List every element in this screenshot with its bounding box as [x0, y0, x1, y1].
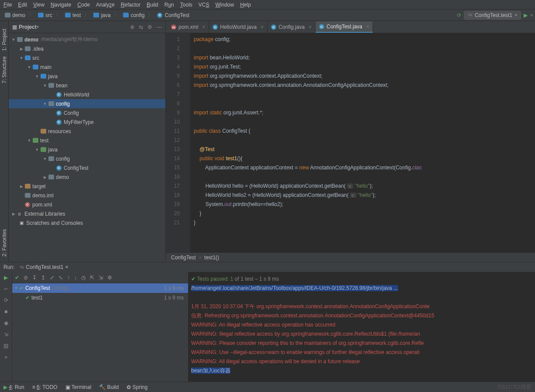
close-icon[interactable]: × — [65, 264, 68, 270]
tree-row[interactable]: ▶target — [9, 182, 165, 191]
menu-edit[interactable]: Edit — [18, 2, 27, 8]
status-spring[interactable]: ✿ Spring — [127, 384, 147, 390]
collapse-icon[interactable]: ⤡ — [58, 275, 63, 281]
menu-build[interactable]: Build — [147, 2, 158, 8]
clock-icon[interactable]: ◷ — [81, 275, 86, 281]
export2-icon[interactable]: ⇲ — [99, 275, 103, 281]
project-dropdown-icon[interactable]: ▦ — [12, 24, 17, 30]
breadcrumb-item[interactable]: CConfigTest — [154, 11, 192, 19]
breadcrumb-item[interactable]: java — [90, 11, 113, 19]
menu-view[interactable]: View — [33, 2, 45, 8]
tab-structure[interactable]: 7: Structure — [1, 56, 7, 83]
run-config-select[interactable]: ⮀ ConfigTest.test1 ▾ — [464, 11, 521, 20]
menu-file[interactable]: File — [3, 2, 12, 8]
menu-navigate[interactable]: Navigate — [51, 2, 71, 8]
expand-icon[interactable]: ▼ — [43, 157, 47, 161]
editor-breadcrumb[interactable]: ConfigTest › test1() — [166, 252, 535, 262]
code-editor[interactable]: package config; import bean.HelloWorld; … — [190, 33, 535, 252]
menu-run[interactable]: Run — [165, 2, 174, 8]
status-build[interactable]: 🔨 Build — [99, 384, 119, 390]
expand-icon[interactable]: ▶ — [11, 212, 16, 216]
tree-row[interactable]: CHelloWorld — [9, 90, 165, 99]
gutter-marks[interactable] — [184, 33, 190, 252]
split-icon[interactable]: ⇆ — [139, 24, 143, 30]
toggle-icon[interactable]: ⤺ — [4, 286, 8, 292]
minimize-icon[interactable]: — — [157, 24, 162, 30]
target-icon[interactable]: ⊕ — [130, 24, 134, 30]
menu-tools[interactable]: Tools — [180, 2, 192, 8]
expand-icon[interactable]: ▼ — [19, 56, 24, 60]
sort2-icon[interactable]: ↥ — [41, 275, 45, 281]
tree-row[interactable]: ▼java — [9, 72, 165, 81]
dropdown-icon[interactable]: ▾ — [37, 24, 39, 29]
tree-root[interactable]: ▼ demo /media/angel/软件/demo — [9, 35, 165, 44]
tree-row[interactable]: CConfigTest — [9, 163, 165, 172]
export-icon[interactable]: ⇲ — [4, 331, 8, 337]
tree-row[interactable]: ▶demo — [9, 172, 165, 182]
sort-icon[interactable]: ↧ — [32, 275, 37, 281]
menu-window[interactable]: Window — [215, 2, 234, 8]
up-icon[interactable]: ↑ — [67, 275, 70, 281]
tree-row[interactable]: resources — [9, 127, 165, 136]
expand-icon[interactable]: ▼ — [27, 65, 31, 69]
status-run[interactable]: ▶ 4: Run — [3, 384, 24, 390]
close-icon[interactable]: × — [309, 24, 312, 30]
more-icon[interactable]: » — [4, 354, 7, 360]
cam-icon[interactable]: ◉ — [4, 320, 8, 326]
layout-icon[interactable]: ▤ — [3, 343, 8, 349]
debug-button[interactable]: ⌖ — [530, 12, 533, 18]
tree-row[interactable]: demo.iml — [9, 191, 165, 200]
editor-tab[interactable]: mpom.xml× — [168, 21, 209, 33]
tree-row[interactable]: ▼config — [9, 154, 165, 163]
tree-row[interactable]: ▼java — [9, 145, 165, 154]
status-todo[interactable]: ≡ 6: TODO — [32, 384, 58, 390]
menu-code[interactable]: Code — [77, 2, 90, 8]
tree-external-libs[interactable]: ▶ ⫼ External Libraries — [9, 209, 165, 218]
project-tree[interactable]: ▼ demo /media/angel/软件/demo ▶.idea▼src▼m… — [9, 33, 165, 262]
pass-filter-icon[interactable]: ✔ — [15, 275, 19, 281]
expand-icon[interactable]: ▼ — [11, 38, 16, 42]
rerun-button[interactable]: ▶ — [4, 275, 8, 281]
expand-icon[interactable]: ▼ — [35, 74, 39, 79]
menu-help[interactable]: Help — [240, 2, 251, 8]
close-icon[interactable]: × — [202, 24, 205, 30]
build-icon[interactable]: ⟳ — [457, 12, 461, 18]
menu-analyze[interactable]: Analyze — [96, 2, 115, 8]
stop-icon[interactable]: ■ — [4, 309, 7, 315]
gear-icon[interactable]: ⚙ — [147, 24, 152, 30]
close-icon[interactable]: × — [366, 24, 369, 30]
tab-project[interactable]: 1: Project — [1, 29, 7, 51]
tree-scratches[interactable]: ▣ Scratches and Consoles — [9, 218, 165, 227]
expand-icon[interactable]: ⤢ — [50, 275, 54, 281]
test-leaf-row[interactable]: ✔ test1 1 s 9 ms — [12, 293, 188, 303]
breadcrumb-item[interactable]: demo — [2, 11, 28, 19]
pin-icon[interactable]: ⟳ — [4, 297, 8, 303]
tree-row[interactable]: ▼src — [9, 53, 165, 62]
expand-icon[interactable]: ▼ — [43, 83, 47, 88]
run-button[interactable]: ▶ — [524, 12, 528, 18]
menu-refactor[interactable]: Refactor — [121, 2, 141, 8]
gear2-icon[interactable]: ⚙ — [107, 275, 112, 281]
expand-icon[interactable]: ▼ — [43, 102, 47, 106]
tree-row[interactable]: CMyFilterType — [9, 117, 165, 127]
tree-row[interactable]: ▼bean — [9, 81, 165, 90]
down-icon[interactable]: ↓ — [74, 275, 77, 281]
run-output[interactable]: ✔ Tests passed: 1 of 1 test – 1 s 9 ms /… — [189, 272, 535, 382]
line-gutter[interactable]: 123456789101112131415161718192021 — [166, 33, 184, 252]
close-icon[interactable]: × — [261, 24, 264, 30]
editor-tab[interactable]: CConfig.java× — [268, 21, 316, 33]
tree-row[interactable]: ▶.idea — [9, 44, 165, 53]
test-root-row[interactable]: ▼✔ ConfigTest (config) 1 s 9 ms — [12, 283, 188, 293]
tree-row[interactable]: CConfig — [9, 108, 165, 117]
tab-favorites[interactable]: 2: Favorites — [1, 229, 7, 257]
expand-icon[interactable]: ▼ — [35, 148, 39, 152]
fail-filter-icon[interactable]: ⊘ — [24, 275, 28, 281]
tree-row[interactable]: Cpom.xml — [9, 200, 165, 209]
expand-icon[interactable]: ▶ — [43, 175, 47, 179]
status-terminal[interactable]: ▣ Terminal — [65, 384, 91, 390]
breadcrumb-item[interactable]: src — [35, 11, 55, 19]
tree-row[interactable]: ▼test — [9, 136, 165, 145]
breadcrumb-item[interactable]: config — [120, 11, 147, 19]
expand-icon[interactable]: ▶ — [19, 184, 24, 189]
tree-row[interactable]: ▼config — [9, 99, 165, 108]
